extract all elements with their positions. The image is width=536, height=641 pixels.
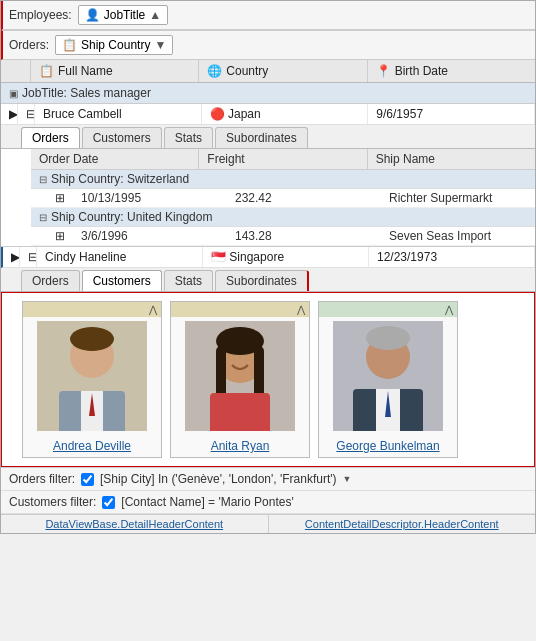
orders-filter-bar: Orders: 📋 Ship Country ▼ [1, 30, 535, 60]
svg-rect-9 [216, 346, 226, 401]
orders-filter-checkbox[interactable] [81, 473, 94, 486]
employee-country-cindy: 🇸🇬 Singapore [203, 247, 369, 267]
subheader-orderdate[interactable]: Order Date [31, 149, 199, 169]
group-row-jobtitle: ▣ JobTitle: Sales manager [1, 83, 535, 104]
subgroup-expand-uk[interactable]: ⊟ [39, 212, 47, 223]
country-icon: 🌐 [207, 64, 222, 78]
customers-filter-value: [Contact Name] = 'Mario Pontes' [121, 495, 293, 509]
table-icon: 📋 [62, 38, 77, 52]
orders-filter-value: [Ship City] In ('Genève', 'London', 'Fra… [100, 472, 337, 486]
order-freight-2: 143.28 [227, 227, 381, 245]
employees-filter-field: JobTitle [104, 8, 146, 22]
svg-rect-10 [254, 346, 264, 401]
sub-table-row: ⊞ 10/13/1995 232.42 Richter Supermarkt [31, 189, 535, 208]
svg-point-14 [366, 326, 410, 350]
header-country[interactable]: 🌐 Country [199, 60, 367, 82]
customer-card-george: ⋀ George Bunkelman [318, 301, 458, 458]
customers-filter-row: Customers filter: [Contact Name] = 'Mari… [1, 491, 535, 514]
subgrid-header: Order Date Freight Ship Name [31, 149, 535, 170]
footer-left[interactable]: DataViewBase.DetailHeaderContent [1, 515, 269, 533]
row-expand-btn[interactable]: ⊟ [18, 104, 35, 124]
card-collapse-andrea[interactable]: ⋀ [149, 304, 157, 315]
orders-filter-label-bottom: Orders filter: [9, 472, 75, 486]
order-date: 10/13/1995 [73, 189, 227, 207]
person-icon: 👤 [85, 8, 100, 22]
employee-name-cindy[interactable]: Cindy Haneline [37, 247, 203, 267]
group-expand-icon[interactable]: ▣ [9, 88, 18, 99]
sub-expand-btn-2[interactable]: ⊞ [47, 227, 73, 245]
tab-stats-bruce[interactable]: Stats [164, 127, 213, 148]
bruce-tab-bar: Orders Customers Stats Subordinates [1, 125, 535, 149]
employees-filter-dropdown[interactable]: 👤 JobTitle ▲ [78, 5, 168, 25]
tab-subordinates-cindy[interactable]: Subordinates [215, 270, 309, 291]
employee-country: 🔴 Japan [202, 104, 369, 124]
header-birthdate[interactable]: 📍 Birth Date [368, 60, 535, 82]
tab-customers-bruce[interactable]: Customers [82, 127, 162, 148]
grid-header: 📋 Full Name 🌐 Country 📍 Birth Date [1, 60, 535, 83]
footer-right[interactable]: ContentDetailDescriptor.HeaderContent [269, 515, 536, 533]
tab-orders-bruce[interactable]: Orders [21, 127, 80, 148]
footer-bar: DataViewBase.DetailHeaderContent Content… [1, 514, 535, 533]
cindy-tab-bar: Orders Customers Stats Subordinates [1, 268, 535, 292]
card-photo-george [333, 321, 443, 431]
card-photo-anita [185, 321, 295, 431]
card-header-george: ⋀ [319, 302, 457, 317]
order-freight: 232.42 [227, 189, 381, 207]
employees-filter-label: Employees: [9, 8, 72, 22]
customer-card-andrea: ⋀ Andrea Deville [22, 301, 162, 458]
customers-cards-container: ⋀ Andrea Deville [1, 292, 535, 467]
order-shipname: Richter Supermarkt [381, 189, 535, 207]
customers-filter-checkbox[interactable] [102, 496, 115, 509]
customers-filter-label-bottom: Customers filter: [9, 495, 96, 509]
header-expand-col [1, 60, 31, 82]
tab-stats-cindy[interactable]: Stats [164, 270, 213, 291]
card-name-anita[interactable]: Anita Ryan [209, 435, 272, 457]
subgroup-expand-switzerland[interactable]: ⊟ [39, 174, 47, 185]
orders-filter-label: Orders: [9, 38, 49, 52]
table-row: ▶ ⊟ Cindy Haneline 🇸🇬 Singapore 12/23/19… [1, 247, 535, 268]
subgroup-switzerland: ⊟ Ship Country: Switzerland [31, 170, 535, 189]
orders-filter-row: Orders filter: [Ship City] In ('Genève',… [1, 468, 535, 491]
employee-name[interactable]: Bruce Cambell [35, 104, 202, 124]
country-flag: 🔴 [210, 107, 225, 121]
card-name-andrea[interactable]: Andrea Deville [51, 435, 133, 457]
sub-table-row: ⊞ 3/6/1996 143.28 Seven Seas Import [31, 227, 535, 246]
tab-orders-cindy[interactable]: Orders [21, 270, 80, 291]
tab-customers-cindy[interactable]: Customers [82, 270, 162, 291]
svg-rect-11 [210, 393, 270, 431]
card-header-andrea: ⋀ [23, 302, 161, 317]
row-indicator-cindy: ▶ [3, 247, 20, 267]
order-shipname-2: Seven Seas Import [381, 227, 535, 245]
employee-birthdate: 9/6/1957 [368, 104, 535, 124]
birthdate-icon: 📍 [376, 64, 391, 78]
card-header-anita: ⋀ [171, 302, 309, 317]
header-fullname[interactable]: 📋 Full Name [31, 60, 199, 82]
subheader-shipname[interactable]: Ship Name [368, 149, 535, 169]
card-collapse-anita[interactable]: ⋀ [297, 304, 305, 315]
row-expand-cindy[interactable]: ⊟ [20, 247, 37, 267]
row-indicator: ▶ [1, 104, 18, 124]
fullname-icon: 📋 [39, 64, 54, 78]
subgroup-uk: ⊟ Ship Country: United Kingdom [31, 208, 535, 227]
employee-birthdate-cindy: 12/23/1973 [369, 247, 535, 267]
employees-sort-arrow: ▲ [149, 8, 161, 22]
orders-filter-dropdown[interactable]: 📋 Ship Country ▼ [55, 35, 173, 55]
card-photo-andrea [37, 321, 147, 431]
svg-point-5 [70, 327, 114, 351]
card-collapse-george[interactable]: ⋀ [445, 304, 453, 315]
orders-filter-field: Ship Country [81, 38, 150, 52]
singapore-flag: 🇸🇬 [211, 250, 226, 264]
bottom-filters: Orders filter: [Ship City] In ('Genève',… [1, 467, 535, 514]
orders-filter-arrow[interactable]: ▼ [343, 474, 352, 484]
employees-filter-bar: Employees: 👤 JobTitle ▲ [1, 1, 535, 30]
order-date-2: 3/6/1996 [73, 227, 227, 245]
tab-subordinates-bruce[interactable]: Subordinates [215, 127, 308, 148]
bruce-orders-subgrid: Order Date Freight Ship Name ⊟ Ship Coun… [1, 149, 535, 247]
sub-expand-btn[interactable]: ⊞ [47, 189, 73, 207]
orders-sort-arrow: ▼ [154, 38, 166, 52]
table-row: ▶ ⊟ Bruce Cambell 🔴 Japan 9/6/1957 [1, 104, 535, 125]
customer-card-anita: ⋀ Anita Ryan [170, 301, 310, 458]
card-name-george[interactable]: George Bunkelman [334, 435, 441, 457]
subheader-freight[interactable]: Freight [199, 149, 367, 169]
